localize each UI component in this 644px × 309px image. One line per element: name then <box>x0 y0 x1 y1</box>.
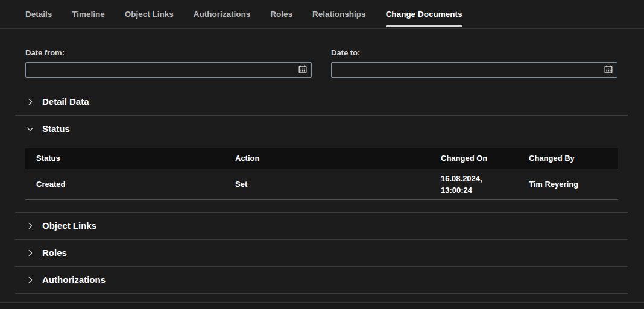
tab-label: Relationships <box>312 10 366 19</box>
chevron-right-icon <box>25 221 34 230</box>
calendar-icon <box>298 64 308 76</box>
section-status: Status Status Action Changed On Changed … <box>15 116 628 213</box>
cell-action: Set <box>224 169 430 199</box>
section-roles: Roles <box>15 240 628 267</box>
date-to-field[interactable] <box>331 62 617 78</box>
tab-roles[interactable]: Roles <box>270 0 292 28</box>
date-to-calendar-button[interactable] <box>604 64 613 76</box>
column-header-changed-on: Changed On <box>430 148 518 169</box>
section-title: Roles <box>42 248 67 258</box>
chevron-right-icon <box>25 275 34 284</box>
tab-bar: Details Timeline Object Links Authorizat… <box>0 0 644 29</box>
footer-divider <box>0 302 644 309</box>
chevron-down-icon <box>25 125 34 134</box>
tab-change-documents[interactable]: Change Documents <box>386 0 462 28</box>
tab-authorizations[interactable]: Authorizations <box>194 0 251 28</box>
status-table-header-row: Status Action Changed On Changed By <box>25 148 618 169</box>
section-header-object-links[interactable]: Object Links <box>15 213 628 239</box>
sections-container: Detail Data Status Status Action <box>15 89 628 294</box>
tab-object-links[interactable]: Object Links <box>125 0 174 28</box>
chevron-right-icon <box>25 98 34 107</box>
date-to-input[interactable] <box>336 66 604 75</box>
date-filter-row: Date from: <box>0 29 644 78</box>
cell-changed-on: 16.08.2024, 13:00:24 <box>430 169 518 199</box>
section-object-links: Object Links <box>15 213 628 240</box>
cell-status: Created <box>25 169 224 199</box>
date-from-calendar-button[interactable] <box>298 64 308 76</box>
date-from-filter: Date from: <box>25 48 312 78</box>
chevron-right-icon <box>25 248 34 257</box>
tab-label: Details <box>25 10 52 19</box>
date-from-input[interactable] <box>31 66 298 75</box>
date-to-label: Date to: <box>331 48 617 57</box>
section-title: Authorizations <box>42 275 106 286</box>
column-header-changed-by: Changed By <box>518 148 618 169</box>
active-tab-underline <box>386 25 462 27</box>
date-to-filter: Date to: <box>331 48 617 78</box>
section-authorizations: Authorizations <box>15 267 628 294</box>
cell-changed-by: Tim Reyering <box>518 169 618 199</box>
section-detail-data: Detail Data <box>15 89 628 116</box>
date-from-label: Date from: <box>25 48 312 57</box>
calendar-icon <box>604 64 613 76</box>
section-title: Object Links <box>42 220 96 231</box>
tab-label: Roles <box>270 10 292 19</box>
tab-label: Change Documents <box>386 10 462 19</box>
tab-label: Timeline <box>72 10 105 19</box>
tab-timeline[interactable]: Timeline <box>72 0 105 28</box>
section-title: Status <box>42 123 70 134</box>
column-header-action: Action <box>224 148 430 169</box>
section-title: Detail Data <box>42 96 89 107</box>
status-table: Status Action Changed On Changed By Crea… <box>25 148 618 200</box>
section-header-authorizations[interactable]: Authorizations <box>15 267 628 293</box>
section-header-roles[interactable]: Roles <box>15 240 628 266</box>
tab-label: Object Links <box>125 10 174 19</box>
tab-label: Authorizations <box>194 10 251 19</box>
section-header-status[interactable]: Status <box>15 116 628 142</box>
column-header-status: Status <box>25 148 224 169</box>
section-header-detail-data[interactable]: Detail Data <box>15 89 628 115</box>
tab-details[interactable]: Details <box>25 0 52 28</box>
date-from-field[interactable] <box>25 62 312 78</box>
table-row: Created Set 16.08.2024, 13:00:24 Tim Rey… <box>25 169 618 199</box>
tab-relationships[interactable]: Relationships <box>312 0 366 28</box>
